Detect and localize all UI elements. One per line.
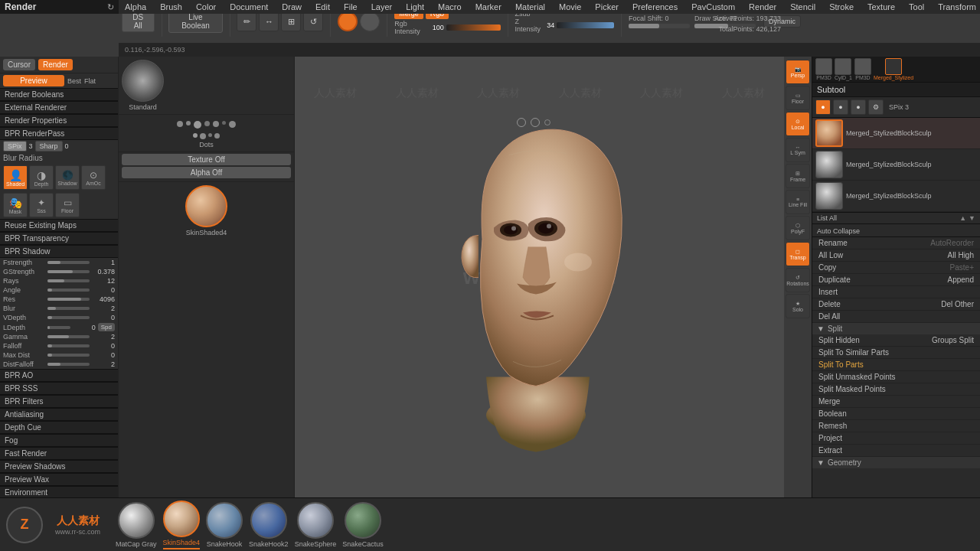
fast-render-section[interactable]: Fast Render: [0, 447, 118, 460]
depth-icon-btn[interactable]: ◑ Depth: [29, 165, 54, 190]
menu-preferences[interactable]: Preferences: [629, 2, 681, 11]
solo-button[interactable]: ★ Solo: [786, 294, 810, 318]
split-masked-action[interactable]: Split Masked Points: [812, 383, 980, 396]
spix-btn[interactable]: SPix: [3, 141, 27, 152]
skin-shaded-preview[interactable]: [185, 185, 227, 227]
maxdist-slider[interactable]: [47, 354, 90, 357]
amoc-icon-btn[interactable]: ⊙ AmOc: [81, 165, 106, 190]
merge-action[interactable]: Merge: [812, 396, 980, 408]
floor-button[interactable]: ▭ Floor: [786, 86, 810, 110]
rays-slider[interactable]: [47, 279, 90, 282]
menu-light[interactable]: Light: [403, 2, 427, 11]
menu-render[interactable]: Render: [746, 2, 779, 11]
menu-texture[interactable]: Texture: [864, 2, 898, 11]
matcap-gray[interactable]: MatCap Gray: [116, 502, 157, 548]
sort-desc-icon[interactable]: ▼: [969, 214, 975, 222]
scale-mode-btn[interactable]: ⊞: [281, 11, 301, 31]
matcap-snakehook2[interactable]: SnakeHook2: [249, 502, 289, 548]
preview-button[interactable]: Preview: [3, 75, 64, 86]
matcap-snakesphere[interactable]: SnakeSphere: [295, 502, 337, 548]
subtool-item-2[interactable]: Merged_StylizedBlockSculp: [812, 181, 980, 212]
local-button[interactable]: ⊙ Local: [786, 112, 810, 136]
extract-action[interactable]: Extract: [812, 445, 980, 457]
draw-mode-btn[interactable]: ✏: [237, 11, 256, 31]
z-intensity-bar[interactable]: [557, 22, 614, 28]
split-unmasked-action[interactable]: Split Unmasked Points: [812, 371, 980, 383]
sss-icon-btn[interactable]: ✦ Sss: [29, 193, 54, 217]
menu-stencil[interactable]: Stencil: [787, 2, 818, 11]
standard-brush-preview[interactable]: [122, 60, 164, 102]
bpr-shadow-section[interactable]: BPR Shadow: [0, 245, 118, 258]
floor-icon-btn[interactable]: ▭ Floor: [55, 193, 80, 217]
menu-tool[interactable]: Tool: [906, 2, 927, 11]
depth-cue-section[interactable]: Depth Cue: [0, 421, 118, 434]
menu-draw[interactable]: Draw: [279, 2, 305, 11]
menu-document[interactable]: Document: [227, 2, 271, 11]
mask-icon-btn[interactable]: 🎭 Mask: [3, 193, 28, 217]
pm3d-icon3[interactable]: [854, 58, 871, 75]
persp-button[interactable]: 📷 Persp: [786, 60, 810, 84]
linefill-button[interactable]: ≡ Line Fill: [786, 190, 810, 214]
menu-picker[interactable]: Picker: [592, 2, 622, 11]
menu-color[interactable]: Color: [193, 2, 219, 11]
matcap-snakehook[interactable]: SnakeHook: [206, 502, 243, 548]
fstrength-slider[interactable]: [47, 261, 90, 264]
split-hidden-action[interactable]: Split Hidden Groups Split: [812, 334, 980, 347]
material-sphere[interactable]: [338, 11, 358, 31]
move-mode-btn[interactable]: ↔: [259, 11, 279, 31]
preview-wax-section[interactable]: Preview Wax: [0, 473, 118, 486]
alpha-off-button[interactable]: Alpha Off: [122, 167, 291, 178]
falloff-slider[interactable]: [47, 344, 90, 347]
shaded-icon-btn[interactable]: 👤 Shaded: [3, 165, 28, 190]
menu-macro[interactable]: Macro: [435, 2, 465, 11]
blur-slider[interactable]: [47, 307, 90, 310]
st-icon-circle3[interactable]: ●: [851, 99, 866, 115]
menu-layer[interactable]: Layer: [368, 2, 396, 11]
vdepth-slider[interactable]: [47, 316, 90, 319]
menu-movie[interactable]: Movie: [556, 2, 584, 11]
st-icon-circle[interactable]: ●: [815, 99, 831, 115]
menu-alpha[interactable]: Alpha: [122, 2, 149, 11]
lsym-button[interactable]: ↔ L Sym: [786, 138, 810, 162]
cursor-button[interactable]: Cursor: [3, 59, 35, 70]
matcap-snakecactus[interactable]: SnakeCactus: [342, 502, 384, 548]
subtool-item-1[interactable]: Merged_StylizedBlockSculp: [812, 149, 980, 181]
merged-icon-top[interactable]: [885, 58, 902, 75]
delete-action[interactable]: Delete Del Other: [812, 298, 980, 311]
menu-transform[interactable]: Transform: [935, 2, 979, 11]
menu-pavcustom[interactable]: PavCustom: [688, 2, 738, 11]
bpr-filters-section[interactable]: BPR Filters: [0, 395, 118, 408]
menu-marker[interactable]: Marker: [472, 2, 505, 11]
bpr-renderpass-section[interactable]: BPR RenderPass: [0, 127, 118, 140]
bpr-transparency-section[interactable]: BPR Transparency: [0, 232, 118, 245]
preview-shadows-section[interactable]: Preview Shadows: [0, 460, 118, 473]
distfalloff-slider[interactable]: [47, 363, 90, 366]
pm3d-icon2[interactable]: [835, 58, 851, 75]
menu-edit[interactable]: Edit: [312, 2, 333, 11]
bpr-ao-section[interactable]: BPR AO: [0, 369, 118, 382]
list-all-label[interactable]: List All: [817, 214, 837, 222]
copy-action[interactable]: Copy Paste+: [812, 262, 980, 274]
boolean-action[interactable]: Boolean: [812, 408, 980, 420]
rgb-intensity-bar[interactable]: [446, 24, 501, 31]
rotate-mode-btn[interactable]: ↺: [303, 11, 323, 31]
shadow-icon-btn[interactable]: 🌑 Shadow: [55, 165, 80, 190]
ds-all-button[interactable]: DS All: [122, 11, 155, 32]
rename-action[interactable]: Rename AutoReorder: [812, 237, 980, 249]
angle-slider[interactable]: [47, 289, 90, 292]
sharp-btn[interactable]: Sharp: [35, 141, 63, 152]
refresh-icon[interactable]: ↻: [107, 2, 114, 12]
reuse-maps-section[interactable]: Reuse Existing Maps: [0, 219, 118, 232]
transp-button[interactable]: ◻ Transp: [786, 242, 810, 266]
spd-button[interactable]: Spd: [98, 323, 115, 331]
subtool-item-0[interactable]: Merged_StylizedBlockSculp: [812, 118, 980, 149]
antialiasing-section[interactable]: Antialiasing: [0, 408, 118, 421]
menu-stroke[interactable]: Stroke: [826, 2, 857, 11]
viewport[interactable]: www.rr-sc.com 人人素材 人人素材 人人素材 人人素材 人人素材 人…: [295, 57, 784, 497]
res-slider[interactable]: [47, 298, 90, 301]
gamma-slider[interactable]: [47, 335, 90, 338]
split-section-header[interactable]: ▼ Split: [812, 323, 980, 334]
fog-section[interactable]: Fog: [0, 434, 118, 447]
duplicate-action[interactable]: Duplicate Append: [812, 274, 980, 286]
render-button[interactable]: Render: [38, 59, 73, 70]
